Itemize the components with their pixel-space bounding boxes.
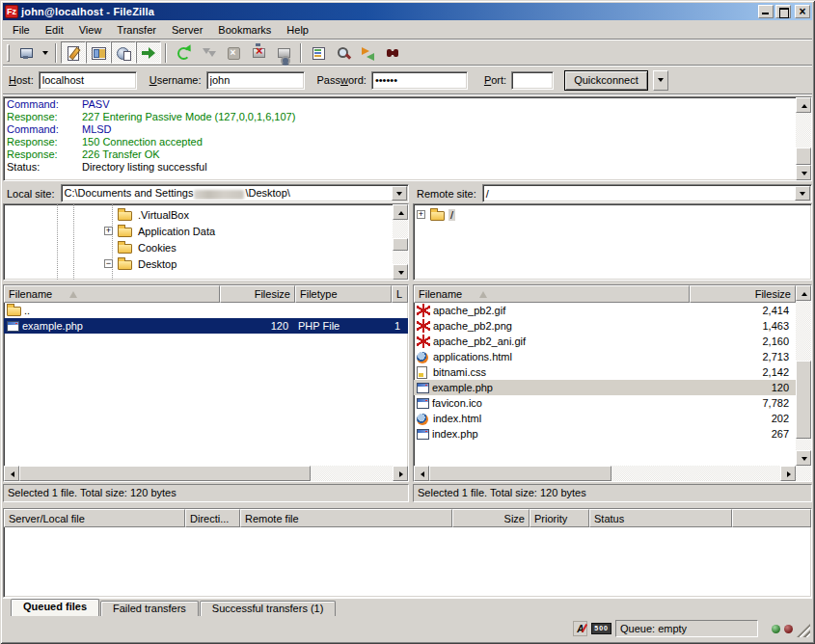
scrollbar-thumb[interactable] [429,466,611,481]
filter-button[interactable] [306,41,331,64]
file-row[interactable]: apache_pb2_ani.gif 2,160 [414,334,796,349]
scrollbar-thumb[interactable] [393,238,408,251]
menu-edit[interactable]: Edit [38,22,71,38]
file-row[interactable]: index.html 202 [414,411,796,426]
tree-item-root[interactable]: + / [414,206,811,223]
column-header-size[interactable]: Size [452,509,530,527]
close-button[interactable] [795,5,810,18]
scroll-up-button[interactable] [796,285,811,301]
menu-view[interactable]: View [71,22,110,38]
scroll-left-button[interactable] [4,466,19,481]
collapse-icon[interactable]: − [104,259,113,268]
site-manager-button[interactable] [14,41,39,64]
tab-queued-files[interactable]: Queued files [11,599,99,616]
password-input[interactable] [371,71,468,90]
file-row[interactable]: apache_pb2.gif 2,414 [414,303,796,318]
host-input[interactable] [39,71,137,90]
tab-successful-transfers[interactable]: Successful transfers (1) [200,601,337,616]
file-row[interactable]: bitnami.css 2,142 [414,364,796,380]
menu-server[interactable]: Server [164,22,210,38]
column-header-server-local-file[interactable]: Server/Local file [4,509,185,527]
local-tree-scrollbar[interactable] [393,204,408,280]
scroll-up-button[interactable] [393,204,408,220]
file-row[interactable]: index.php 267 [414,426,796,442]
minimize-button[interactable] [758,5,774,18]
scroll-down-button[interactable] [393,264,408,280]
log-scrollbar[interactable] [796,97,811,180]
column-header-status[interactable]: Status [589,509,732,527]
tree-item-desktop[interactable]: − Desktop [4,255,393,272]
tree-item-virtualbox[interactable]: + .VirtualBox [4,206,393,223]
toggle-message-log-button[interactable] [61,41,86,64]
column-header-filesize[interactable]: Filesize [690,285,796,303]
speed-limit-icon[interactable]: 500 [591,623,611,634]
expand-icon[interactable]: + [104,227,113,235]
scroll-right-button[interactable] [780,466,796,481]
quickconnect-bar: Host: Username: Password: Port: Quickcon… [3,67,812,94]
scroll-left-button[interactable] [414,466,429,481]
username-input[interactable] [206,71,305,90]
file-row-parent-dir[interactable]: .. [4,303,408,318]
quickconnect-button[interactable]: Quickconnect [564,70,648,91]
remote-site-dropdown-button[interactable] [795,186,810,201]
process-queue-button[interactable] [196,41,221,64]
local-site-dropdown-button[interactable] [392,186,407,201]
resize-grip[interactable] [797,624,810,637]
file-row-example-php[interactable]: example.php 120 PHP File 1 [4,318,408,334]
folder-icon [118,228,132,237]
remote-list-scrollbar[interactable] [796,285,811,466]
local-file-list: Filename Filesize Filetype L .. example.… [3,284,409,482]
menu-help[interactable]: Help [279,22,316,38]
reconnect-button[interactable] [271,41,296,64]
column-header-lastmodified[interactable]: L [392,285,408,303]
toggle-remote-tree-button[interactable] [111,41,136,64]
compare-button[interactable] [331,41,356,64]
quickconnect-dropdown-button[interactable] [653,70,668,91]
find-files-button[interactable] [381,41,406,64]
sync-browsing-button[interactable] [356,41,381,64]
scroll-down-button[interactable] [796,450,811,466]
scrollbar-thumb[interactable] [19,466,311,481]
remote-list-hscrollbar[interactable] [414,466,811,481]
column-header-filetype[interactable]: Filetype [295,285,392,303]
title-bar[interactable]: Fz john@localhost - FileZilla [3,3,812,20]
cancel-icon [226,45,241,61]
local-site-combo[interactable]: C:\Documents and Settings\Desktop\ [61,184,409,202]
column-header-remote-file[interactable]: Remote file [240,509,452,527]
menu-file[interactable]: File [5,22,38,38]
scrollbar-thumb[interactable] [796,361,811,439]
transfer-type-indicator-icon[interactable]: A [573,621,587,636]
password-label: Password: [317,74,367,86]
maximize-button[interactable] [775,5,791,18]
local-list-hscrollbar[interactable] [4,466,408,481]
column-header-direction[interactable]: Directi... [185,509,240,527]
toggle-local-tree-button[interactable] [86,41,111,64]
remote-site-combo[interactable]: / [482,184,812,202]
column-header-filesize[interactable]: Filesize [220,285,295,303]
file-row[interactable]: applications.html 2,713 [414,349,796,364]
cancel-operation-button[interactable] [221,41,246,64]
scroll-down-button[interactable] [796,165,811,180]
disconnect-button[interactable] [246,41,271,64]
queue-body[interactable] [4,527,811,597]
scroll-up-button[interactable] [796,97,811,113]
column-header-filename[interactable]: Filename [414,285,690,303]
scroll-right-button[interactable] [393,466,408,481]
file-row[interactable]: apache_pb2.png 1,463 [414,318,796,334]
tree-item-application-data[interactable]: + Application Data [4,223,393,239]
menu-bookmarks[interactable]: Bookmarks [210,22,279,38]
toggle-queue-button[interactable] [136,41,161,64]
tab-failed-transfers[interactable]: Failed transfers [100,601,199,616]
file-row-example-php[interactable]: example.php 120 [414,380,796,395]
scrollbar-thumb[interactable] [796,148,811,165]
column-header-filename[interactable]: Filename [4,285,220,303]
menu-transfer[interactable]: Transfer [109,22,164,38]
expand-icon[interactable]: + [417,210,425,219]
port-input[interactable] [511,71,554,90]
file-row[interactable]: favicon.ico 7,782 [414,395,796,411]
site-manager-dropdown-button[interactable] [39,41,51,64]
refresh-button[interactable] [171,41,196,64]
column-header-priority[interactable]: Priority [530,509,589,527]
toolbar-grip[interactable] [7,44,10,62]
tree-item-cookies[interactable]: + Cookies [4,239,393,255]
